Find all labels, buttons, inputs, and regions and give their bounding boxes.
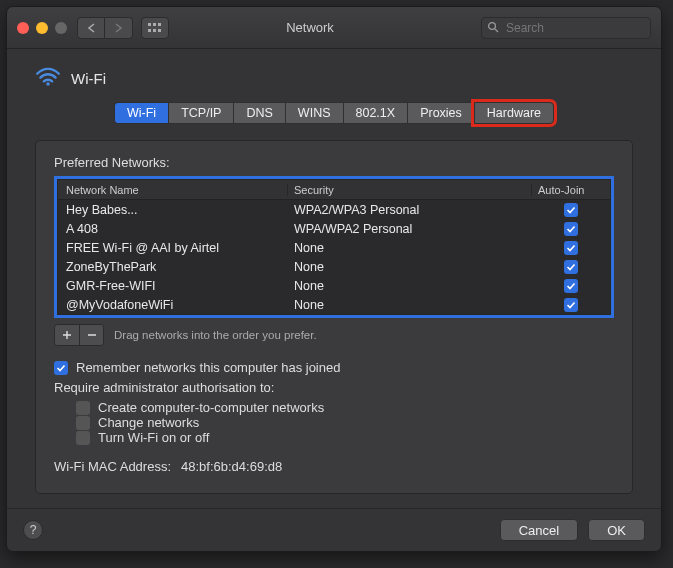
help-button[interactable]: ? <box>23 520 43 540</box>
check-icon <box>566 224 576 234</box>
drag-hint: Drag networks into the order you prefer. <box>114 329 317 341</box>
svg-point-8 <box>46 82 49 85</box>
require-option-label: Turn Wi-Fi on or off <box>98 430 209 445</box>
forward-button[interactable] <box>105 17 133 39</box>
tab-dns[interactable]: DNS <box>233 102 284 124</box>
remember-networks-checkbox[interactable] <box>54 361 68 375</box>
search-input[interactable] <box>481 17 651 39</box>
auto-join-checkbox[interactable] <box>564 260 578 274</box>
back-button[interactable] <box>77 17 105 39</box>
mac-address-value: 48:bf:6b:d4:69:d8 <box>181 459 282 474</box>
tab-wi-fi[interactable]: Wi-Fi <box>114 102 168 124</box>
cancel-button[interactable]: Cancel <box>500 519 578 541</box>
require-option-row[interactable]: Turn Wi-Fi on or off <box>54 430 614 445</box>
require-option-row[interactable]: Change networks <box>54 415 614 430</box>
require-option-checkbox[interactable] <box>76 431 90 445</box>
cell-security: WPA2/WPA3 Personal <box>288 203 532 217</box>
mac-address-row: Wi-Fi MAC Address: 48:bf:6b:d4:69:d8 <box>54 459 614 474</box>
close-window-icon[interactable] <box>17 22 29 34</box>
require-option-row[interactable]: Create computer-to-computer networks <box>54 400 614 415</box>
auto-join-checkbox[interactable] <box>564 298 578 312</box>
column-network-name[interactable]: Network Name <box>58 184 288 196</box>
cell-security: None <box>288 298 532 312</box>
cell-auto-join <box>532 222 610 236</box>
footer: ? Cancel OK <box>7 508 661 551</box>
wifi-settings-panel: Preferred Networks: Network Name Securit… <box>35 140 633 494</box>
remember-networks-row[interactable]: Remember networks this computer has join… <box>54 360 614 375</box>
pane-header: Wi-Fi <box>35 67 633 90</box>
table-row[interactable]: FREE Wi-Fi @ AAI by AirtelNone <box>58 238 610 257</box>
preferred-networks-label: Preferred Networks: <box>54 155 614 170</box>
table-body: Hey Babes...WPA2/WPA3 PersonalA 408WPA/W… <box>58 200 610 314</box>
check-icon <box>56 363 66 373</box>
check-icon <box>566 205 576 215</box>
cell-security: WPA/WPA2 Personal <box>288 222 532 236</box>
search-icon <box>487 21 499 36</box>
zoom-window-icon[interactable] <box>55 22 67 34</box>
search-field-wrap <box>481 17 651 39</box>
tab-wins[interactable]: WINS <box>285 102 343 124</box>
table-header: Network Name Security Auto-Join <box>58 180 610 200</box>
tab-802-1x[interactable]: 802.1X <box>343 102 408 124</box>
auto-join-checkbox[interactable] <box>564 203 578 217</box>
mac-address-label: Wi-Fi MAC Address: <box>54 459 171 474</box>
cell-network-name: FREE Wi-Fi @ AAI by Airtel <box>58 241 288 255</box>
nav-buttons <box>77 17 133 39</box>
minimize-window-icon[interactable] <box>36 22 48 34</box>
remember-networks-label: Remember networks this computer has join… <box>76 360 340 375</box>
check-icon <box>566 300 576 310</box>
cell-network-name: A 408 <box>58 222 288 236</box>
cell-auto-join <box>532 298 610 312</box>
require-admin-label: Require administrator authorisation to: <box>54 380 614 395</box>
auto-join-checkbox[interactable] <box>564 222 578 236</box>
wifi-icon <box>35 67 61 90</box>
preferred-networks-table: Network Name Security Auto-Join Hey Babe… <box>54 176 614 318</box>
cell-network-name: @MyVodafoneWiFi <box>58 298 288 312</box>
column-security[interactable]: Security <box>288 184 532 196</box>
chevron-right-icon <box>114 23 123 33</box>
cell-network-name: Hey Babes... <box>58 203 288 217</box>
minus-icon <box>87 330 97 340</box>
network-preferences-window: Network Wi-Fi Wi-FiTCP/IPDNSWINS802.1XPr… <box>6 6 662 552</box>
require-option-checkbox[interactable] <box>76 416 90 430</box>
cell-security: None <box>288 260 532 274</box>
tab-tcp-ip[interactable]: TCP/IP <box>168 102 233 124</box>
table-row[interactable]: Hey Babes...WPA2/WPA3 Personal <box>58 200 610 219</box>
window-title: Network <box>139 20 481 35</box>
column-auto-join[interactable]: Auto-Join <box>532 184 610 196</box>
svg-line-7 <box>495 29 498 32</box>
ok-button[interactable]: OK <box>588 519 645 541</box>
auto-join-checkbox[interactable] <box>564 241 578 255</box>
table-row[interactable]: A 408WPA/WPA2 Personal <box>58 219 610 238</box>
cell-network-name: GMR-Free-WIFI <box>58 279 288 293</box>
check-icon <box>566 243 576 253</box>
cell-network-name: ZoneByThePark <box>58 260 288 274</box>
window-controls <box>17 22 67 34</box>
cell-security: None <box>288 241 532 255</box>
svg-point-6 <box>489 22 496 29</box>
cell-auto-join <box>532 241 610 255</box>
cell-auto-join <box>532 260 610 274</box>
table-row[interactable]: ZoneByTheParkNone <box>58 257 610 276</box>
remove-network-button[interactable] <box>79 325 103 345</box>
pane-title: Wi-Fi <box>71 70 106 87</box>
tab-proxies[interactable]: Proxies <box>407 102 474 124</box>
require-option-label: Create computer-to-computer networks <box>98 400 324 415</box>
require-option-checkbox[interactable] <box>76 401 90 415</box>
titlebar: Network <box>7 7 661 49</box>
help-icon: ? <box>30 523 37 537</box>
options-group: Remember networks this computer has join… <box>54 360 614 445</box>
add-network-button[interactable] <box>55 325 79 345</box>
check-icon <box>566 281 576 291</box>
require-option-label: Change networks <box>98 415 199 430</box>
tab-hardware[interactable]: Hardware <box>474 102 554 124</box>
auto-join-checkbox[interactable] <box>564 279 578 293</box>
table-row[interactable]: GMR-Free-WIFINone <box>58 276 610 295</box>
check-icon <box>566 262 576 272</box>
chevron-left-icon <box>87 23 96 33</box>
cell-auto-join <box>532 203 610 217</box>
tab-bar: Wi-FiTCP/IPDNSWINS802.1XProxiesHardware <box>114 102 554 124</box>
table-row[interactable]: @MyVodafoneWiFiNone <box>58 295 610 314</box>
add-remove-row: Drag networks into the order you prefer. <box>54 324 614 346</box>
plus-icon <box>62 330 72 340</box>
